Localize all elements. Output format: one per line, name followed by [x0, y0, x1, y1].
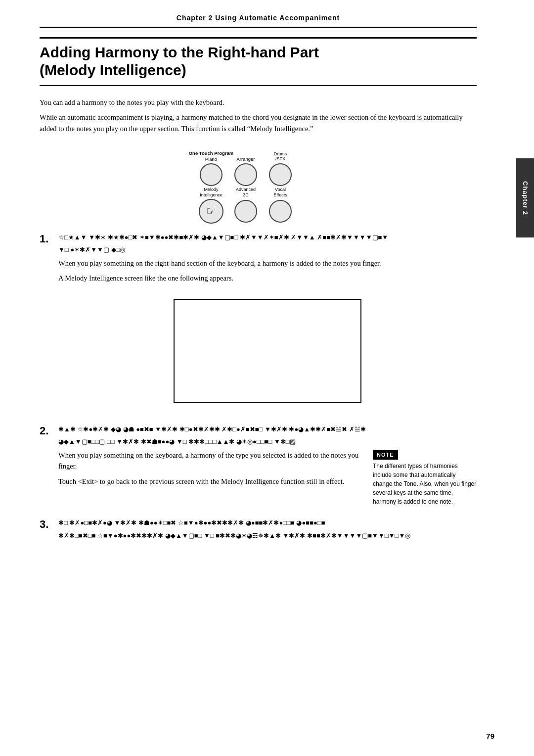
step2-container: 2. ✱▲✱ ☆✱●✱✗✱ ◆◕ ◕☗ ●■✖■ ▼✱✗✱ ✱□●✖✱✗✱✱ ✗…	[40, 425, 477, 512]
step1-number: 1.	[40, 233, 58, 245]
note-box: NOTE The different types of harmonies in…	[373, 450, 477, 507]
screen-placeholder	[174, 299, 361, 403]
vocal-effects-label: Vocal Effects	[273, 187, 287, 198]
one-touch-label: One Touch Program	[189, 150, 234, 156]
main-content: Chapter 2 Using Automatic Accompaniment …	[0, 0, 516, 580]
intro-para1: You can add a harmony to the notes you p…	[40, 97, 477, 108]
page-title: Adding Harmony to the Right-hand Part (M…	[40, 44, 477, 79]
chapter-header: Chapter 2 Using Automatic Accompaniment	[40, 0, 477, 27]
step1-symbol-line1: ☆□★▲▼ ▼✱∗ ✱★✱●□✖ ✶■▼✱●●✖✱■✱✗✱ ◕◆▲▼▢■□ ✱✗…	[58, 233, 477, 242]
step1-symbol-line2: ▼□ ●✶✱✗▼▼▢ ◆□◎	[58, 245, 477, 255]
page-container: Chapter 2 Chapter 2 Using Automatic Acco…	[0, 0, 534, 756]
title-line2: (Melody Intelligence)	[40, 62, 186, 78]
step2-symbol-line2: ◕◆▲▼▢■□□▢ □□ ▼✱✗✱ ✱✖☗■●●◕ ▼□ ✱✱✱□□□▲▲✱ ◕…	[58, 437, 477, 447]
vocal-effects-button[interactable]	[269, 200, 292, 223]
diagram-wrapper: One Touch Program Piano Arranger Drums /…	[40, 143, 477, 223]
step3-container: 3. ✱□ ✱✗●□■✱✗●◕ ▼✱✗✱ ✱☗●●✶□■✖ ☆■▼●✱●●✱✖✱…	[40, 518, 477, 543]
chapter-tab: Chapter 2	[516, 158, 534, 237]
title-line1: Adding Harmony to the Right-hand Part	[40, 44, 319, 60]
piano-label: Piano	[205, 156, 217, 162]
intro-para2: While an automatic accompaniment is play…	[40, 112, 477, 134]
diagram-inner: One Touch Program Piano Arranger Drums /…	[189, 143, 327, 223]
hand-icon: ☞	[206, 205, 216, 218]
step1-text2: A Melody Intelligence screen like the on…	[58, 273, 477, 284]
chapter-tab-label: Chapter 2	[522, 181, 529, 215]
note-label: NOTE	[373, 450, 398, 460]
step2-content: ✱▲✱ ☆✱●✱✗✱ ◆◕ ◕☗ ●■✖■ ▼✱✗✱ ✱□●✖✱✗✱✱ ✗✱□●…	[58, 425, 477, 512]
step3-symbol-line2: ✱✗✱□■✖□■ ☆■▼●✱●●✱✖✱✱✗✱ ◕◆▲▼▢■□ ▼□ ■✱✖✱◕✶…	[58, 531, 477, 541]
step3-number: 3.	[40, 518, 58, 531]
note-text: The different types of harmonies include…	[373, 462, 477, 506]
advanced-3d-button[interactable]	[234, 200, 257, 223]
drums-button[interactable]	[269, 163, 292, 186]
step1-text1: When you play something on the right-han…	[58, 258, 477, 269]
step3-symbol-line1: ✱□ ✱✗●□■✱✗●◕ ▼✱✗✱ ✱☗●●✶□■✖ ☆■▼●✱●●✱✖✱✱✗✱…	[58, 518, 477, 528]
page-title-section: Adding Harmony to the Right-hand Part (M…	[40, 37, 477, 86]
melody-intelligence-button[interactable]: ☞	[199, 199, 223, 224]
step1-content: ☆□★▲▼ ▼✱∗ ✱★✱●□✖ ✶■▼✱●●✖✱■✱✗✱ ◕◆▲▼▢■□ ✱✗…	[58, 233, 477, 418]
piano-button[interactable]	[200, 163, 222, 186]
drums-label: Drums /SFX	[274, 152, 287, 162]
step2-number: 2.	[40, 425, 58, 437]
step2-symbol-line1: ✱▲✱ ☆✱●✱✗✱ ◆◕ ◕☗ ●■✖■ ▼✱✗✱ ✱□●✖✱✗✱✱ ✗✱□●…	[58, 425, 477, 434]
step3-content: ✱□ ✱✗●□■✱✗●◕ ▼✱✗✱ ✱☗●●✶□■✖ ☆■▼●✱●●✱✖✱✱✗✱…	[58, 518, 477, 543]
step1-container: 1. ☆□★▲▼ ▼✱∗ ✱★✱●□✖ ✶■▼✱●●✖✱■✱✗✱ ◕◆▲▼▢■□…	[40, 233, 477, 418]
melody-intelligence-label: Melody Intelligence	[200, 187, 222, 198]
arranger-button[interactable]	[234, 163, 257, 186]
advanced-3d-label: Advanced 3D	[236, 187, 256, 198]
page-number: 79	[486, 732, 494, 740]
arranger-label: Arranger	[237, 156, 255, 162]
header-rule	[40, 27, 477, 28]
